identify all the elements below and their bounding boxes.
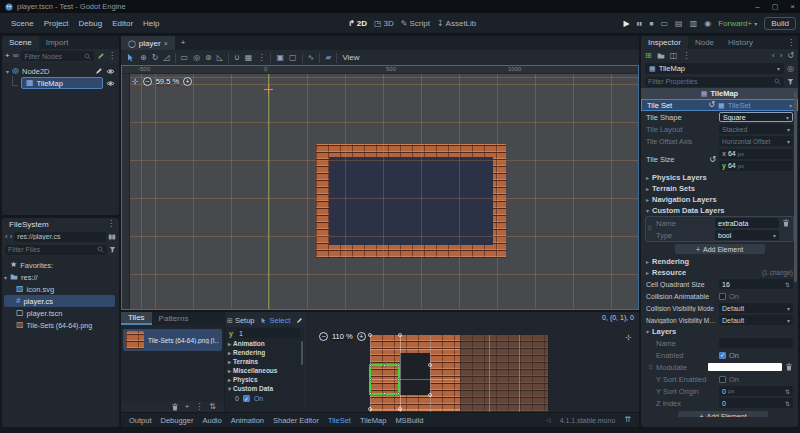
bottom-tab-debugger[interactable]: Debugger xyxy=(161,416,194,425)
stepper-icon[interactable]: ⇅ xyxy=(785,388,790,395)
tab-tiles[interactable]: Tiles xyxy=(121,312,152,325)
ruler-tool-icon[interactable]: ◺ xyxy=(217,54,223,62)
rotate-tool-icon[interactable]: ↻ xyxy=(152,54,159,62)
crosshair-icon[interactable]: ⊹ xyxy=(132,78,139,86)
load-resource-icon[interactable] xyxy=(657,52,665,60)
revert-icon[interactable]: ↺ xyxy=(708,101,715,109)
select-tool-icon[interactable] xyxy=(126,53,135,62)
menu-debug[interactable]: Debug xyxy=(74,17,108,30)
tab-node[interactable]: Node xyxy=(688,36,721,49)
tab-scene[interactable]: Scene xyxy=(2,36,39,49)
ysort-origin-spinbox[interactable]: 0 px ⇅ xyxy=(719,386,793,396)
list-select-icon[interactable]: ▭ xyxy=(181,54,189,62)
instance-scene-icon[interactable]: ∞ xyxy=(13,52,19,60)
file-tilesets-png[interactable]: ▨ Tile-Sets (64-64).png xyxy=(2,319,119,331)
collision-animatable-checkbox[interactable] xyxy=(719,293,726,300)
section-physics[interactable]: ▸Physics xyxy=(225,375,304,384)
tab-history[interactable]: History xyxy=(721,36,760,49)
group-physics-layers[interactable]: ▸Physics Layers xyxy=(641,172,798,183)
stop-icon[interactable]: ■ xyxy=(649,20,653,27)
trash-icon[interactable] xyxy=(785,363,793,371)
tile-selection-box[interactable] xyxy=(369,364,400,395)
filter-files-input[interactable] xyxy=(5,245,107,255)
tab-patterns[interactable]: Patterns xyxy=(152,312,196,325)
filter-properties-input[interactable] xyxy=(645,77,784,87)
property-options-icon[interactable] xyxy=(787,78,794,85)
bottom-tab-animation[interactable]: Animation xyxy=(231,416,264,425)
scene-menu-icon[interactable]: ⋮ xyxy=(108,52,116,60)
section-miscellaneous[interactable]: ▸Miscellaneous xyxy=(225,366,304,375)
tile-source-item[interactable]: Tile-Sets (64-64).png (I... xyxy=(123,329,222,351)
bottom-tab-output[interactable]: Output xyxy=(129,416,152,425)
section-custom-data[interactable]: ▾Custom Data xyxy=(225,384,304,393)
zoom-level[interactable]: 59.5 % xyxy=(156,77,179,86)
scene-tab-player[interactable]: ◯ player × xyxy=(121,36,175,50)
tileset-resource-button[interactable]: ▦ TileSet ▾ xyxy=(718,101,792,110)
tile-shape-dropdown[interactable]: Square ▾ xyxy=(719,112,793,122)
script-attached-icon[interactable] xyxy=(95,67,103,75)
nav-forward-icon[interactable]: › xyxy=(10,233,13,241)
stepper-icon[interactable]: ⇅ xyxy=(785,400,790,407)
tile-size-x-field[interactable]: x 64 px xyxy=(719,149,793,159)
scale-tool-icon[interactable]: ◿ xyxy=(163,54,169,62)
drag-handle-icon[interactable]: ⠿ xyxy=(647,225,652,233)
y-coord-value[interactable]: 1 xyxy=(236,328,300,338)
close-icon[interactable]: × xyxy=(790,3,795,11)
resource-menu-icon[interactable]: ⋮ xyxy=(682,52,690,60)
menu-project[interactable]: Project xyxy=(39,17,74,30)
zindex-spinbox[interactable]: 0 ⇅ xyxy=(719,398,793,408)
inspector-scrollbar[interactable] xyxy=(794,92,797,282)
workspace-script-button[interactable]: ✎Script xyxy=(401,19,430,28)
snap-options-icon[interactable]: ⋮ xyxy=(257,54,265,62)
snap-toggle-icon[interactable]: ∪ xyxy=(234,54,240,62)
custom-data-type-dropdown[interactable]: bool ▾ xyxy=(715,230,779,240)
menu-scene[interactable]: Scene xyxy=(6,17,39,30)
visibility-eye-icon[interactable] xyxy=(106,67,115,76)
play-icon[interactable]: ▶ xyxy=(624,20,630,28)
tree-node-tilemap[interactable]: ▦ TileMap xyxy=(2,77,119,89)
tab-inspector[interactable]: Inspector xyxy=(641,36,688,49)
zoom-out-button[interactable]: − xyxy=(143,77,152,86)
group-navigation-layers[interactable]: ▸Navigation Layers xyxy=(641,194,798,205)
build-button[interactable]: Build xyxy=(764,17,796,30)
workspace-2d-button[interactable]: ↱2D xyxy=(348,19,367,28)
bottom-tab-audio[interactable]: Audio xyxy=(202,416,221,425)
setup-mode-button[interactable]: ⊞Setup xyxy=(227,316,254,325)
renderer-select[interactable]: Forward+▾ xyxy=(718,19,757,28)
skeleton-icon[interactable]: ∿ xyxy=(308,54,315,62)
history-list-icon[interactable]: ↺ xyxy=(787,52,794,60)
tile-props-scrollbar[interactable] xyxy=(301,341,303,365)
remote-debug-icon[interactable]: ▭ xyxy=(661,20,669,28)
save-resource-icon[interactable]: ◫ xyxy=(670,52,678,60)
add-element-button[interactable]: +Add Element xyxy=(675,244,765,254)
grid-snap-icon[interactable]: ▦ xyxy=(245,54,253,62)
res-root-row[interactable]: ▾ res:// xyxy=(2,271,119,283)
collapse-icon[interactable]: ▾ xyxy=(6,68,9,75)
drag-handle-icon[interactable]: ⠿ xyxy=(648,364,653,372)
edited-object-select[interactable]: ▦ TileMap ▾ xyxy=(645,63,784,74)
pan-tool-icon[interactable]: ⊛ xyxy=(205,54,212,62)
nav-back-icon[interactable]: ‹ xyxy=(5,233,8,241)
group-terrain-sets[interactable]: ▸Terrain Sets xyxy=(641,183,798,194)
new-resource-icon[interactable]: ⊞ xyxy=(645,52,652,60)
source-menu-icon[interactable]: ⋮ xyxy=(195,403,203,411)
bottom-tab-msbuild[interactable]: MSBuild xyxy=(395,416,423,425)
pin-icon[interactable]: ◎ xyxy=(787,65,794,73)
split-view-icon[interactable] xyxy=(108,233,116,241)
tilemap-drawing[interactable] xyxy=(316,144,506,258)
zoom-in-button[interactable]: + xyxy=(183,77,192,86)
collapse-icon[interactable]: ▾ xyxy=(4,274,7,281)
group-custom-data-layers[interactable]: ▾Custom Data Layers xyxy=(641,205,798,216)
atlas-zoom-in-button[interactable]: + xyxy=(357,332,366,341)
sort-sources-icon[interactable]: ⇅ xyxy=(209,403,216,411)
play-scene-icon[interactable]: ▤ xyxy=(675,20,683,28)
play-custom-scene-icon[interactable]: ▥ xyxy=(690,20,698,28)
group-layers[interactable]: ▾Layers xyxy=(641,326,798,337)
onion-skin-icon[interactable]: ▰ xyxy=(325,54,331,62)
pause-icon[interactable]: ▮▮ xyxy=(637,21,643,26)
atlas-zoom-level[interactable]: 110 % xyxy=(332,332,353,341)
layer-name-input[interactable] xyxy=(719,338,793,348)
bottom-tab-tilemap[interactable]: TileMap xyxy=(360,416,386,425)
custom-data-name-input[interactable]: extraData xyxy=(715,218,779,228)
delete-source-icon[interactable] xyxy=(171,403,179,411)
